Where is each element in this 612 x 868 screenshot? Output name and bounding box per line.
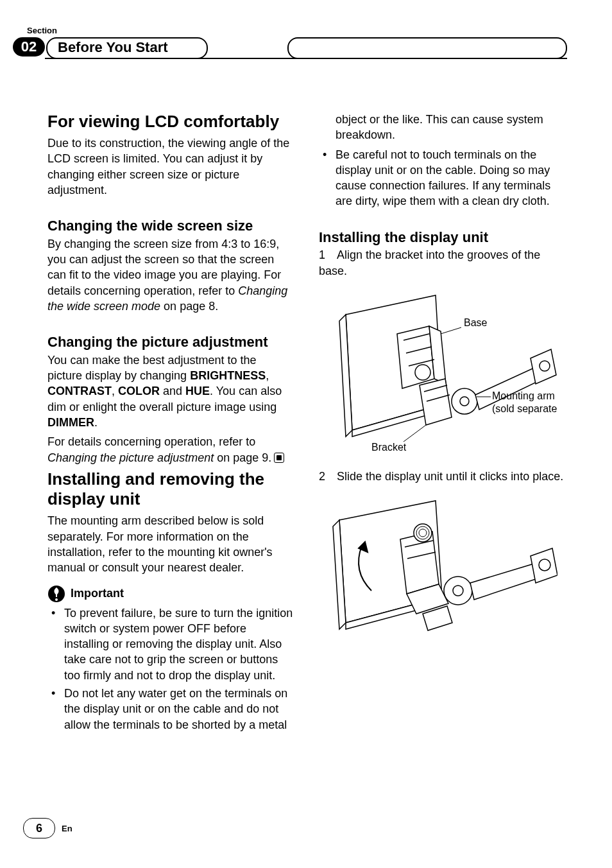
step-1: 1Align the bracket into the grooves of t…	[319, 247, 565, 279]
step-text: Slide the display unit until it clicks i…	[337, 470, 563, 483]
text: on page 8.	[160, 300, 218, 313]
term-brightness: BRIGHTNESS	[190, 369, 266, 382]
svg-marker-5	[397, 326, 434, 388]
section-number-pill: 02	[13, 37, 45, 56]
text: For details concerning operation, refer …	[47, 435, 255, 448]
heading-wide-screen: Changing the wide screen size	[47, 217, 293, 235]
term-dimmer: DIMMER	[47, 416, 94, 429]
end-mark-icon	[274, 453, 284, 463]
figure-bracket-base: Base Mounting arm (sold separately) Brac…	[319, 289, 565, 456]
text: on page 9.	[214, 451, 271, 464]
step-text: Align the bracket into the grooves of th…	[319, 248, 540, 277]
fig-label-arm2: (sold separately)	[492, 403, 557, 414]
list-item: To prevent failure, be sure to turn the …	[47, 605, 293, 683]
page-header: 02 Before You Start	[13, 36, 567, 62]
svg-point-15	[460, 397, 469, 406]
figure-slide-unit	[319, 494, 565, 636]
para-picture-adjust: You can make the best adjustment to the …	[47, 352, 293, 430]
list-item: Do not let any water get on the terminal…	[47, 686, 293, 733]
important-bullets: To prevent failure, be sure to turn the …	[47, 605, 293, 733]
step-number: 1	[319, 247, 337, 263]
svg-point-18	[540, 361, 550, 371]
fig-label-base: Base	[464, 317, 488, 328]
para-install-remove: The mounting arm described below is sold…	[47, 513, 293, 575]
heading-install-remove: Installing and removing the display unit	[47, 469, 293, 509]
text: .	[94, 416, 98, 429]
bullet-continuation: object or the like. This can cause syste…	[319, 112, 565, 143]
svg-point-36	[539, 559, 550, 571]
heading-install-unit: Installing the display unit	[319, 229, 565, 247]
important-callout: Important	[47, 585, 293, 603]
page-content: For viewing LCD comfortably Due to its c…	[47, 112, 565, 797]
manual-page: Section 02 Before You Start For viewing …	[0, 0, 612, 868]
page-language: En	[62, 819, 72, 838]
header-rule	[45, 58, 567, 59]
text: and	[160, 385, 185, 397]
text: ,	[266, 369, 269, 382]
step-number: 2	[319, 469, 337, 484]
heading-viewing-lcd: For viewing LCD comfortably	[47, 112, 293, 132]
svg-point-33	[453, 586, 463, 596]
important-bullets-cont: Be careful not to touch terminals on the…	[319, 147, 565, 209]
svg-point-10	[415, 365, 430, 380]
page-number-pill: 6	[23, 818, 55, 838]
svg-point-31	[419, 529, 427, 537]
important-label: Important	[71, 587, 124, 600]
step-2: 2Slide the display unit until it clicks …	[319, 469, 565, 484]
list-item: Be careful not to touch terminals on the…	[319, 147, 565, 209]
fig-label-arm: Mounting arm	[492, 390, 555, 401]
svg-line-21	[404, 425, 426, 442]
header-empty-bubble	[287, 37, 567, 59]
svg-line-19	[441, 327, 461, 334]
important-icon	[47, 585, 65, 603]
term-color: COLOR	[118, 385, 160, 397]
para-viewing-lcd: Due to its construction, the viewing ang…	[47, 135, 293, 198]
para-wide-screen: By changing the screen size from 4:3 to …	[47, 236, 293, 314]
svg-point-1	[55, 598, 58, 601]
xref-picture-adjust: Changing the picture adjustment	[47, 451, 214, 464]
term-hue: HUE	[185, 385, 210, 397]
chapter-title: Before You Start	[46, 37, 208, 59]
section-label: Section	[27, 26, 57, 35]
text: ,	[112, 385, 118, 397]
fig-label-bracket: Bracket	[371, 442, 407, 453]
heading-picture-adjust: Changing the picture adjustment	[47, 333, 293, 351]
term-contrast: CONTRAST	[47, 385, 112, 397]
para-picture-adjust-ref: For details concerning operation, refer …	[47, 434, 293, 465]
